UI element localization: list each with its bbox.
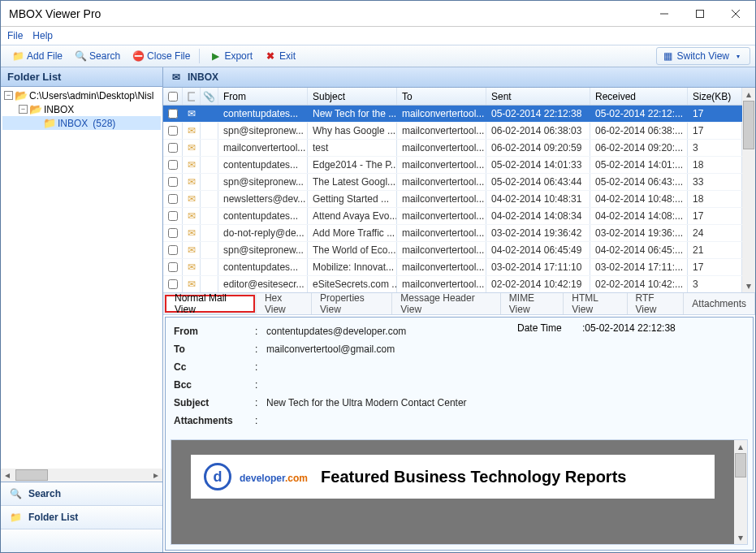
row-checkbox[interactable]: [163, 242, 183, 258]
row-received: 06-02-2014 06:38:...: [590, 123, 688, 139]
row-checkbox[interactable]: [163, 174, 183, 190]
envelope-icon: ✉: [188, 261, 196, 273]
mail-row[interactable]: ✉newsletters@dev...Getting Started ...ma…: [163, 191, 742, 208]
row-from: editor@esitesecr...: [218, 276, 308, 292]
scroll-down-icon[interactable]: ▾: [734, 531, 747, 544]
exit-button[interactable]: ✖ Exit: [258, 47, 301, 65]
header-from[interactable]: From: [218, 88, 308, 105]
mail-row[interactable]: ✉editor@esitesecr...eSiteSecrets.com ...…: [163, 276, 742, 292]
switch-view-button[interactable]: ▦ Switch View ▾: [656, 47, 750, 65]
mail-row[interactable]: ✉mailconvertertool...testmailconverterto…: [163, 140, 742, 157]
nav-search-button[interactable]: 🔍 Search: [1, 482, 162, 506]
row-checkbox[interactable]: [163, 191, 183, 207]
tab-attachments[interactable]: Attachments: [684, 293, 755, 314]
envelope-icon: ✉: [188, 176, 196, 188]
mail-row[interactable]: ✉contentupdates...New Tech for the ...ma…: [163, 106, 742, 123]
header-checkbox[interactable]: [163, 88, 183, 105]
scroll-up-icon[interactable]: ▴: [742, 88, 755, 101]
header-to[interactable]: To: [397, 88, 486, 105]
header-size[interactable]: Size(KB): [688, 88, 742, 105]
tree-root[interactable]: − 📂 C:\Users\admin\Desktop\Nisl: [2, 89, 161, 102]
collapse-icon[interactable]: −: [19, 105, 28, 114]
scroll-thumb[interactable]: [743, 101, 754, 149]
toolbar: 📁 Add File 🔍 Search ⛔ Close File ▶ Expor…: [1, 45, 755, 67]
row-checkbox[interactable]: [163, 225, 183, 241]
row-size: 17: [688, 208, 742, 224]
search-button[interactable]: 🔍 Search: [68, 47, 126, 65]
meta-subject-value: New Tech for the Ultra Modern Contact Ce…: [266, 397, 745, 408]
menu-bar: File Help: [1, 27, 755, 45]
collapse-icon[interactable]: −: [4, 91, 13, 100]
folder-tree[interactable]: − 📂 C:\Users\admin\Desktop\Nisl − 📂 INBO…: [1, 87, 162, 482]
row-checkbox[interactable]: [163, 123, 183, 139]
mail-status-icon: ✉: [183, 140, 201, 156]
tab-message-header-view[interactable]: Message Header View: [392, 293, 501, 314]
row-from: spn@sitepronew...: [218, 123, 308, 139]
close-button[interactable]: [718, 2, 754, 25]
mail-grid: 📎 From Subject To Sent Received Size(KB)…: [163, 88, 742, 292]
mail-row[interactable]: ✉spn@sitepronew...Why has Google ...mail…: [163, 123, 742, 140]
row-size: 17: [688, 259, 742, 275]
meta-subject-label: Subject: [174, 397, 255, 408]
add-file-button[interactable]: 📁 Add File: [6, 47, 68, 65]
row-checkbox[interactable]: [163, 140, 183, 156]
mail-row[interactable]: ✉contentupdates...Attend Avaya Evo...mai…: [163, 208, 742, 225]
mail-status-icon: ✉: [183, 174, 201, 190]
header-sent[interactable]: Sent: [486, 88, 590, 105]
tab-hex-view[interactable]: Hex View: [257, 293, 312, 314]
row-spacer: [201, 191, 218, 207]
tab-normal-mail-view[interactable]: Normal Mail View: [165, 295, 255, 313]
row-checkbox[interactable]: [163, 259, 183, 275]
mail-row[interactable]: ✉do-not-reply@de...Add More Traffic ...m…: [163, 225, 742, 242]
tab-html-view[interactable]: HTML View: [564, 293, 627, 314]
row-checkbox[interactable]: [163, 208, 183, 224]
header-read-icon[interactable]: [183, 88, 201, 105]
tab-rtf-view[interactable]: RTF View: [628, 293, 685, 314]
mail-row[interactable]: ✉contentupdates...Mobilize: Innovat...ma…: [163, 259, 742, 276]
row-from: contentupdates...: [218, 259, 308, 275]
mail-status-icon: ✉: [183, 242, 201, 258]
nav-folder-list-button[interactable]: 📁 Folder List: [1, 506, 162, 529]
scroll-up-icon[interactable]: ▴: [734, 440, 747, 453]
banner-brand: developer.com: [240, 469, 308, 486]
row-from: contentupdates...: [218, 208, 308, 224]
mail-row[interactable]: ✉spn@sitepronew...The Latest Googl...mai…: [163, 174, 742, 191]
row-checkbox[interactable]: [163, 106, 183, 122]
scroll-thumb[interactable]: [735, 453, 746, 477]
header-received[interactable]: Received: [590, 88, 688, 105]
row-checkbox[interactable]: [163, 157, 183, 173]
export-button[interactable]: ▶ Export: [203, 47, 258, 65]
tree-inbox[interactable]: − 📂 INBOX: [2, 102, 161, 116]
envelope-icon: ✉: [188, 142, 196, 153]
row-size: 21: [688, 242, 742, 258]
row-checkbox[interactable]: [163, 276, 183, 292]
row-to: mailconvertertool...: [397, 276, 486, 292]
row-from: do-not-reply@de...: [218, 225, 308, 241]
row-sent: 04-02-2014 14:08:34: [486, 208, 590, 224]
tree-h-scrollbar[interactable]: ◂ ▸: [1, 469, 162, 482]
row-received: 04-02-2014 10:48:...: [590, 191, 688, 207]
maximize-button[interactable]: [682, 2, 718, 25]
tree-root-label: C:\Users\admin\Desktop\Nisl: [29, 90, 153, 102]
meta-to-label: To: [174, 343, 255, 355]
minimize-button[interactable]: [646, 2, 682, 25]
menu-file[interactable]: File: [7, 30, 23, 41]
svg-rect-4: [188, 93, 195, 101]
close-file-button[interactable]: ⛔ Close File: [126, 47, 196, 65]
mail-row[interactable]: ✉spn@sitepronew...The World of Eco...mai…: [163, 242, 742, 259]
tree-inbox-child[interactable]: 📁 INBOX (528): [2, 116, 161, 130]
header-attachment-icon[interactable]: 📎: [201, 88, 218, 105]
scroll-left-icon[interactable]: ◂: [1, 469, 14, 482]
menu-help[interactable]: Help: [32, 30, 53, 41]
mail-row[interactable]: ✉contentupdates...Edge2014 - The P...mai…: [163, 157, 742, 174]
header-subject[interactable]: Subject: [308, 88, 397, 105]
body-v-scrollbar[interactable]: ▴ ▾: [734, 440, 747, 544]
scroll-thumb[interactable]: [15, 469, 48, 481]
row-sent: 05-02-2014 22:12:38: [486, 106, 590, 122]
scroll-down-icon[interactable]: ▾: [742, 279, 755, 292]
tab-properties-view[interactable]: Properties View: [312, 293, 392, 314]
tab-mime-view[interactable]: MIME View: [501, 293, 564, 314]
scroll-right-icon[interactable]: ▸: [149, 469, 162, 482]
row-sent: 04-02-2014 10:48:31: [486, 191, 590, 207]
grid-v-scrollbar[interactable]: ▴ ▾: [742, 88, 755, 292]
